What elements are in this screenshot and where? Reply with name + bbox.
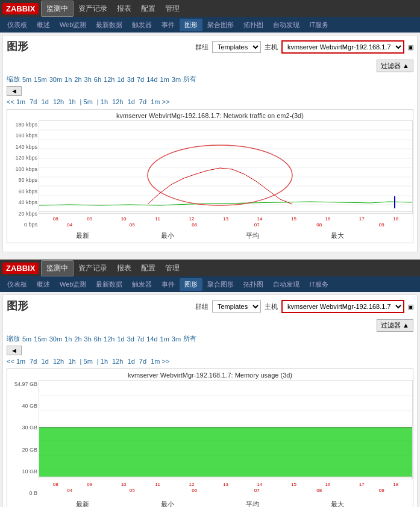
time-nav-1h[interactable]: 1h [68,98,75,105]
subnav-dashboard-2[interactable]: 仪表板 [2,278,32,291]
nav-admin-2[interactable]: 管理 [160,261,184,276]
time-nav-5m[interactable]: 5m [84,98,93,105]
time-nav-prev-1m[interactable]: << 1m [7,98,25,105]
time-nav-12h-2[interactable]: 12h [53,358,64,365]
time-nav-fwd-7d[interactable]: 7d [139,98,146,105]
nav-assets[interactable]: 资产记录 [74,1,112,16]
filter-toggle-2[interactable]: 过滤器 ▲ [377,319,413,332]
zoom-15m[interactable]: 15m [34,76,46,83]
filter-toggle-1[interactable]: 过滤器 ▲ [377,60,413,72]
group-select-2[interactable]: Templates [212,300,261,313]
x-date: 07 [254,222,260,228]
subnav-screens-2[interactable]: 聚合图形 [202,278,239,291]
nav-reports-2[interactable]: 报表 [112,261,136,276]
zoom-12h[interactable]: 12h [104,76,114,83]
zoom-2h[interactable]: 2h [74,76,81,83]
zoom-7d-2[interactable]: 7d [137,335,144,343]
subnav-overview-2[interactable]: 概述 [32,278,55,291]
subnav-screens[interactable]: 聚合图形 [202,19,239,31]
subnav-discovery-2[interactable]: 自动发现 [268,278,304,291]
subnav-maps-2[interactable]: 拓扑图 [239,278,268,291]
zoom-3m[interactable]: 3m [172,76,181,83]
nav-reports[interactable]: 报表 [112,1,136,16]
time-nav-7d[interactable]: 7d [30,98,37,105]
zoom-1m-2[interactable]: 1m [160,335,169,343]
zoom-label-2: 缩放 [7,334,20,343]
zoom-7d[interactable]: 7d [137,76,144,83]
prev-arrow-2[interactable]: ◄ [7,346,22,355]
host-select-1[interactable]: kvmserver WebvirtMgr-192.168.1.7 [281,40,404,54]
page-title-2: 图形 [7,299,28,313]
nav-config[interactable]: 配置 [136,1,160,16]
nav-admin[interactable]: 管理 [160,1,184,16]
time-nav-fwd-1m-2[interactable]: 1m >> [151,358,169,365]
x-tick: 17 [359,216,365,222]
zoom-12h-2[interactable]: 12h [104,335,114,343]
zoom-3h-2[interactable]: 3h [84,335,92,343]
time-nav-prev-1m-2[interactable]: << 1m [7,358,25,365]
subnav-dashboard[interactable]: 仪表板 [2,19,32,31]
time-nav-fwd-1h-2[interactable]: 1h [101,358,108,365]
zoom-1d-2[interactable]: 1d [117,335,124,343]
time-nav-1d[interactable]: 1d [42,98,49,105]
subnav-triggers[interactable]: 触发器 [127,19,157,31]
prev-arrow-1[interactable]: ◄ [7,86,22,96]
subnav-it-services[interactable]: IT服务 [304,19,333,31]
time-nav-fwd-1d-2[interactable]: 1d [128,358,135,365]
time-nav-fwd-7d-2[interactable]: 7d [139,358,146,365]
zoom-14d[interactable]: 14d [146,76,157,83]
zoom-1h[interactable]: 1h [64,76,72,83]
zoom-3h[interactable]: 3h [84,76,92,83]
nav-assets-2[interactable]: 资产记录 [74,261,112,276]
subnav-web-2[interactable]: Web监测 [55,278,91,291]
nav-monitoring[interactable]: 监测中 [41,1,74,17]
subnav-graphs-2[interactable]: 图形 [180,278,202,291]
time-nav-1: << 1m 7d 1d 12h 1h | 5m | 1h 12h 1d 7d 1… [7,98,413,105]
time-nav-fwd-12h-2[interactable]: 12h [112,358,123,365]
subnav-overview[interactable]: 概述 [32,19,55,31]
subnav-latest[interactable]: 最新数据 [91,19,127,31]
separator [0,255,420,260]
zoom-3m-2[interactable]: 3m [172,335,181,343]
subnav-graphs[interactable]: 图形 [180,19,202,31]
mem-x-tick: 15 [291,482,296,487]
time-nav-1h-2[interactable]: 1h [68,358,75,365]
zoom-5m-2[interactable]: 5m [22,335,31,343]
subnav-events-2[interactable]: 事件 [157,278,180,291]
subnav-it-services-2[interactable]: IT服务 [304,278,333,291]
zoom-15m-2[interactable]: 15m [34,335,46,343]
subnav-triggers-2[interactable]: 触发器 [127,278,157,291]
nav-config-2[interactable]: 配置 [136,261,160,276]
zoom-14d-2[interactable]: 14d [146,335,157,343]
zoom-5m[interactable]: 5m [22,76,31,83]
zoom-1h-2[interactable]: 1h [64,335,72,343]
time-nav-5m-2[interactable]: 5m [84,358,93,365]
zoom-30m-2[interactable]: 30m [49,335,62,343]
zoom-6h[interactable]: 6h [94,76,101,83]
time-nav-7d-2[interactable]: 7d [30,358,37,365]
zoom-6h-2[interactable]: 6h [94,335,101,343]
zoom-3d-2[interactable]: 3d [127,335,134,343]
zoom-3d[interactable]: 3d [127,76,134,83]
subnav-latest-2[interactable]: 最新数据 [91,278,127,291]
time-nav-fwd-12h[interactable]: 12h [112,98,123,105]
zoom-1m[interactable]: 1m [160,76,169,83]
subnav-web[interactable]: Web监测 [55,19,91,31]
host-select-2[interactable]: kvmserver WebvirtMgr-192.168.1.7 [281,300,404,313]
time-nav-fwd-1d[interactable]: 1d [128,98,135,105]
subnav-discovery[interactable]: 自动发现 [268,19,304,31]
time-nav-fwd-1m[interactable]: 1m >> [151,98,169,105]
subnav-maps[interactable]: 拓扑图 [239,19,268,31]
zoom-30m[interactable]: 30m [49,76,62,83]
zoom-1d[interactable]: 1d [117,76,124,83]
subnav-events[interactable]: 事件 [157,19,180,31]
time-nav-12h[interactable]: 12h [53,98,64,105]
y-label-180: 180 kbps [8,122,37,128]
time-nav-fwd-1h[interactable]: 1h [101,98,108,105]
nav-monitoring-2[interactable]: 监测中 [41,260,74,276]
zoom-all[interactable]: 所有 [183,75,196,84]
time-nav-1d-2[interactable]: 1d [42,358,49,365]
group-select-1[interactable]: Templates [212,41,261,53]
zoom-2h-2[interactable]: 2h [74,335,81,343]
zoom-all-2[interactable]: 所有 [183,334,196,343]
